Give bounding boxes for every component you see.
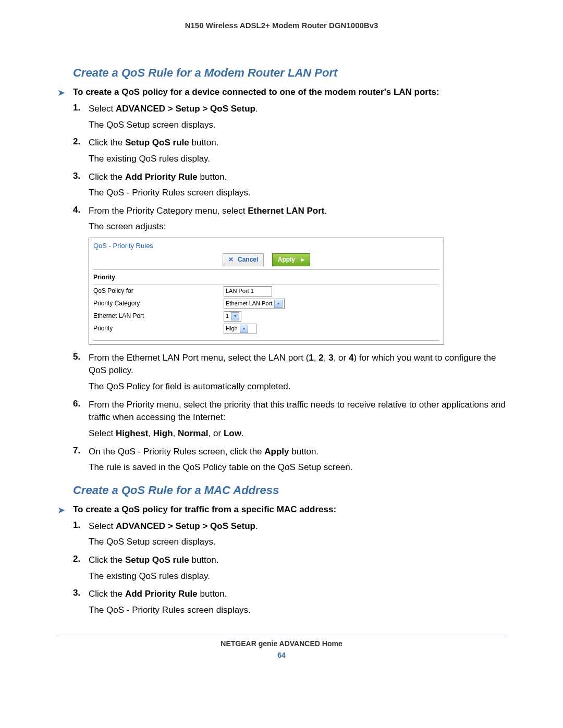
step-number: 2. <box>73 554 80 564</box>
step-number: 1. <box>73 520 80 530</box>
step-text: Click the <box>89 555 125 565</box>
priority-label: Priority <box>93 324 224 333</box>
qos-policy-for-input[interactable]: LAN Port 1 <box>224 286 272 297</box>
step-text: From the Ethernet LAN Port menu, select … <box>89 352 506 377</box>
chevron-right-icon: ▸ <box>301 256 304 263</box>
section2-procedure-intro: ➤ To create a QoS policy for traffic fro… <box>57 504 506 515</box>
step-text: Click the <box>89 172 125 182</box>
cancel-button[interactable]: ✕Cancel <box>223 253 264 266</box>
step-text: The existing QoS rules display. <box>89 153 506 166</box>
document-header: N150 Wireless ADSL2+ Modem Router DGN100… <box>57 21 506 30</box>
step-text: Select Highest, High, Normal, or Low. <box>89 427 506 440</box>
document-footer: NETGEAR genie ADVANCED Home <box>57 639 506 648</box>
cancel-label: Cancel <box>238 256 258 263</box>
footer-rule <box>57 635 506 635</box>
step-text: . <box>255 104 258 114</box>
section2-title: Create a QoS Rule for a MAC Address <box>73 484 506 497</box>
step-text: From the Priority menu, select the prior… <box>89 399 506 424</box>
step-number: 5. <box>73 352 80 362</box>
section2-intro-text: To create a QoS policy for traffic from … <box>73 504 336 514</box>
list-item: 2. Click the Setup QoS rule button. The … <box>73 137 506 165</box>
select-value: High <box>226 325 238 333</box>
step-text: Click the <box>89 589 125 599</box>
section2-steps: 1. Select ADVANCED > Setup > QoS Setup. … <box>57 520 506 617</box>
step-text: button. <box>198 172 227 182</box>
step-number: 4. <box>73 205 80 215</box>
step-number: 3. <box>73 588 80 598</box>
section1-procedure-intro: ➤ To create a QoS policy for a device co… <box>57 87 506 97</box>
step-text: The existing QoS rules display. <box>89 570 506 583</box>
step-text: . <box>325 206 327 216</box>
select-value: Ethernet LAN Port <box>226 300 272 308</box>
step-text-bold: Setup QoS rule <box>125 555 189 565</box>
arrow-right-icon: ➤ <box>57 87 65 98</box>
step-number: 6. <box>73 399 80 409</box>
panel-title: QoS - Priority Rules <box>89 238 444 252</box>
step-text-bold: ADVANCED > Setup > QoS Setup <box>116 104 255 114</box>
section1-intro-text: To create a QoS policy for a device conn… <box>73 87 439 97</box>
list-item: 5. From the Ethernet LAN Port menu, sele… <box>73 352 506 393</box>
chevron-down-icon: ▾ <box>240 325 248 333</box>
step-number: 2. <box>73 137 80 147</box>
step-text: button. <box>198 589 227 599</box>
step-number: 7. <box>73 446 80 456</box>
list-item: 3. Click the Add Priority Rule button. T… <box>73 588 506 616</box>
step-number: 1. <box>73 103 80 113</box>
step-text: From the Priority Category menu, select <box>89 206 248 216</box>
step-text: The rule is saved in the QoS Policy tabl… <box>89 461 506 474</box>
step-text: The QoS Policy for field is automaticall… <box>89 380 506 393</box>
list-item: 1. Select ADVANCED > Setup > QoS Setup. … <box>73 103 506 131</box>
chevron-down-icon: ▾ <box>274 300 283 308</box>
apply-button[interactable]: Apply▸ <box>272 253 310 266</box>
step-text: The QoS - Priority Rules screen displays… <box>89 187 506 200</box>
list-item: 1. Select ADVANCED > Setup > QoS Setup. … <box>73 520 506 549</box>
list-item: 4. From the Priority Category menu, sele… <box>73 205 506 344</box>
section1-title: Create a QoS Rule for a Modem Router LAN… <box>73 66 506 80</box>
page-number: 64 <box>57 651 506 659</box>
arrow-right-icon: ➤ <box>57 504 65 516</box>
qos-policy-for-label: QoS Policy for <box>93 287 224 295</box>
priority-select[interactable]: High ▾ <box>224 324 256 334</box>
step-text: On the QoS - Priority Rules screen, clic… <box>89 446 506 459</box>
apply-label: Apply <box>278 256 295 263</box>
step-number: 3. <box>73 171 80 181</box>
step-text: Select <box>89 104 116 114</box>
list-item: 7. On the QoS - Priority Rules screen, c… <box>73 446 506 474</box>
step-text-bold: Add Priority Rule <box>125 589 198 599</box>
step-text: The QoS Setup screen displays. <box>89 536 506 549</box>
close-icon: ✕ <box>228 256 234 263</box>
step-text: The QoS Setup screen displays. <box>89 119 506 132</box>
step-text-bold: Add Priority Rule <box>125 172 198 182</box>
list-item: 6. From the Priority menu, select the pr… <box>73 399 506 440</box>
step-text: Click the <box>89 138 125 147</box>
input-value: LAN Port 1 <box>226 287 254 295</box>
select-value: 1 <box>226 312 229 320</box>
priority-category-select[interactable]: Ethernet LAN Port ▾ <box>224 299 285 309</box>
qos-priority-rules-panel: QoS - Priority Rules ✕Cancel Apply▸ Prio… <box>89 238 444 344</box>
step-text: Select <box>89 521 116 531</box>
list-item: 2. Click the Setup QoS rule button. The … <box>73 554 506 583</box>
step-text: The QoS - Priority Rules screen displays… <box>89 604 506 617</box>
step-text: The screen adjusts: <box>89 220 506 233</box>
step-text-bold: ADVANCED > Setup > QoS Setup <box>116 521 255 531</box>
section1-steps: 1. Select ADVANCED > Setup > QoS Setup. … <box>57 103 506 474</box>
step-text: . <box>255 521 258 531</box>
step-text-bold: Setup QoS rule <box>125 138 189 147</box>
ethernet-lan-port-label: Ethernet LAN Port <box>93 312 224 320</box>
ethernet-lan-port-select[interactable]: 1 ▾ <box>224 311 241 322</box>
list-item: 3. Click the Add Priority Rule button. T… <box>73 171 506 200</box>
priority-section-heading: Priority <box>89 270 444 284</box>
divider <box>93 340 439 341</box>
step-text: button. <box>189 555 219 565</box>
step-text-bold: Ethernet LAN Port <box>248 206 324 216</box>
priority-category-label: Priority Category <box>93 299 224 308</box>
step-text: button. <box>189 138 219 147</box>
chevron-down-icon: ▾ <box>231 312 239 320</box>
